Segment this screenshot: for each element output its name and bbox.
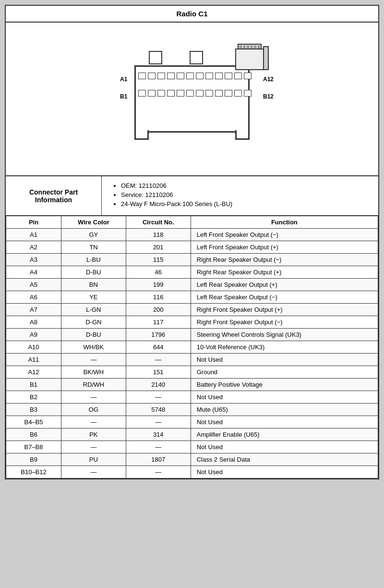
cell: 151 [126, 366, 191, 379]
table-row: A3L-BU115Right Rear Speaker Output (−) [6, 254, 378, 266]
cell: 1807 [126, 453, 191, 466]
cell: A6 [6, 291, 61, 304]
cell: 2140 [126, 379, 191, 391]
cell: PK [61, 429, 126, 441]
table-row: A4D-BU46Right Rear Speaker Output (+) [6, 266, 378, 279]
pin-cell [234, 90, 242, 97]
cell: — [61, 466, 126, 478]
function-cell: Not Used [191, 354, 378, 366]
pin-cell [244, 90, 252, 97]
cell: B7–B8 [6, 441, 61, 453]
function-cell: 10-Volt Reference (UK3) [191, 341, 378, 354]
connector-foot-right [235, 130, 250, 140]
cell: 200 [126, 304, 191, 316]
function-cell: Not Used [191, 416, 378, 429]
cell: 199 [126, 279, 191, 291]
function-cell: Left Rear Speaker Output (−) [191, 291, 378, 304]
cell: B9 [6, 453, 61, 466]
cell: 115 [126, 254, 191, 266]
col-header-circuit: Circuit No. [126, 216, 191, 229]
cell: A12 [6, 366, 61, 379]
table-row: A5BN199Left Rear Speaker Output (+) [6, 279, 378, 291]
table-row: A11——Not Used [6, 354, 378, 366]
cell: 116 [126, 291, 191, 304]
table-row: A6YE116Left Rear Speaker Output (−) [6, 291, 378, 304]
pin-cell [148, 90, 156, 97]
table-row: A9D-BU1796Steering Wheel Controls Signal… [6, 329, 378, 341]
function-cell: Amplifier Enable (U65) [191, 429, 378, 441]
pin-cell [196, 73, 204, 79]
pin-cell [167, 73, 175, 79]
mini-connector [230, 41, 269, 75]
cell: — [61, 354, 126, 366]
cell: A5 [6, 279, 61, 291]
label-b1: B1 [120, 93, 127, 100]
cell: 314 [126, 429, 191, 441]
cell: A2 [6, 241, 61, 254]
function-cell: Mute (U65) [191, 404, 378, 416]
table-header-row: Pin Wire Color Circuit No. Function [6, 216, 378, 229]
cell: B10–B12 [6, 466, 61, 478]
cell: RD/WH [61, 379, 126, 391]
cell: WH/BK [61, 341, 126, 354]
table-row: B9PU1807Class 2 Serial Data [6, 453, 378, 466]
table-row: B10–B12——Not Used [6, 466, 378, 478]
cell: TN [61, 241, 126, 254]
col-header-pin: Pin [6, 216, 61, 229]
connector-foot-left [134, 130, 149, 140]
connector-tab-right [190, 51, 203, 64]
table-row: B2——Not Used [6, 391, 378, 404]
pin-cell [215, 73, 223, 79]
pin-cell [157, 73, 165, 79]
cell: A9 [6, 329, 61, 341]
function-cell: Right Rear Speaker Output (−) [191, 254, 378, 266]
label-a1: A1 [120, 76, 127, 83]
cell: D-GN [61, 316, 126, 329]
cell: D-BU [61, 266, 126, 279]
cell: B3 [6, 404, 61, 416]
cell: 117 [126, 316, 191, 329]
function-cell: Class 2 Serial Data [191, 453, 378, 466]
cell: A7 [6, 304, 61, 316]
table-row: A7L-GN200Right Front Speaker Output (+) [6, 304, 378, 316]
pin-cell [177, 90, 184, 97]
cell: L-GN [61, 304, 126, 316]
table-row: A8D-GN117Right Front Speaker Output (−) [6, 316, 378, 329]
pin-table: Pin Wire Color Circuit No. Function A1GY… [6, 216, 378, 478]
main-container: Radio C1 [5, 5, 379, 479]
cell: — [126, 391, 191, 404]
cell: 118 [126, 229, 191, 241]
pin-table-body: A1GY118Left Front Speaker Output (−)A2TN… [6, 229, 378, 478]
connector-body [134, 65, 250, 133]
cell: — [126, 354, 191, 366]
mini-connector-body [235, 49, 264, 70]
connector-info-item-service: Service: 12110206 [121, 191, 369, 198]
pin-cell [157, 90, 165, 97]
cell: YE [61, 291, 126, 304]
function-cell: Left Rear Speaker Output (+) [191, 279, 378, 291]
cell: A8 [6, 316, 61, 329]
pin-cell [148, 73, 156, 79]
cell: B4–B5 [6, 416, 61, 429]
table-row: B1RD/WH2140Battery Positive Voltage [6, 379, 378, 391]
cell: 46 [126, 266, 191, 279]
cell: — [126, 416, 191, 429]
pin-cell [215, 90, 223, 97]
table-row: A12BK/WH151Ground [6, 366, 378, 379]
cell: — [61, 441, 126, 453]
function-cell: Ground [191, 366, 378, 379]
function-cell: Left Front Speaker Output (+) [191, 241, 378, 254]
function-cell: Not Used [191, 391, 378, 404]
connector-info-label: Connector Part Information [6, 176, 102, 215]
cell: A10 [6, 341, 61, 354]
cell: B2 [6, 391, 61, 404]
cell: A1 [6, 229, 61, 241]
cell: OG [61, 404, 126, 416]
label-b12: B12 [263, 93, 274, 100]
cell: D-BU [61, 329, 126, 341]
pin-cell [167, 90, 175, 97]
cell: A4 [6, 266, 61, 279]
function-cell: Battery Positive Voltage [191, 379, 378, 391]
cell: PU [61, 453, 126, 466]
cell: — [61, 416, 126, 429]
